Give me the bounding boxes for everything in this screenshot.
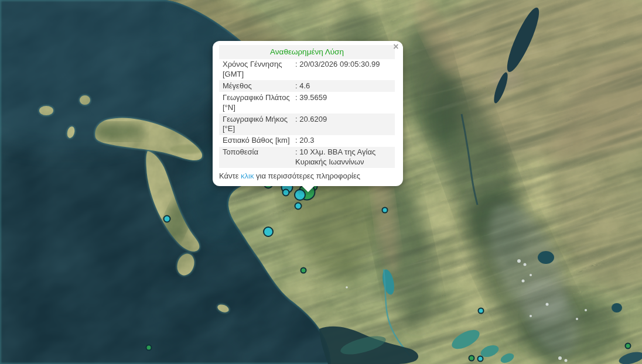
earthquake-info-table: Αναθεωρημένη Λύση Χρόνος Γέννησης [GMT]:… — [219, 45, 395, 168]
earthquake-marker[interactable] — [146, 345, 152, 351]
popup-title: Αναθεωρημένη Λύση — [219, 45, 395, 59]
popup-row: Μέγεθος: 4.6 — [219, 80, 395, 92]
field-value: : 20.6209 — [293, 114, 395, 135]
popup-row: Γεωγραφικό Πλάτος [°N]: 39.5659 — [219, 92, 395, 114]
popup-wrapper: × Αναθεωρημένη Λύση Χρόνος Γέννησης [GMT… — [213, 41, 403, 186]
earthquake-marker[interactable] — [479, 308, 484, 314]
field-label: Τοποθεσία — [219, 147, 293, 169]
popup-row: Γεωγραφικό Μήκος [°E]: 20.6209 — [219, 114, 395, 135]
popup-footer: Κάντε κλικ για περισσότερες πληροφορίες — [219, 171, 395, 180]
footer-text-suffix: για περισσότερες πληροφορίες — [254, 171, 360, 180]
field-label: Γεωγραφικό Μήκος [°E] — [219, 114, 293, 135]
earthquake-marker[interactable] — [164, 216, 170, 222]
popup-row: Τοποθεσία: 10 Χλμ. ΒΒΑ της Αγίας Κυριακή… — [219, 147, 395, 169]
field-label: Εστιακό Βάθος [km] — [219, 135, 293, 147]
earthquake-marker[interactable] — [478, 356, 483, 362]
popup-table-body: Χρόνος Γέννησης [GMT]: 20/03/2026 09:05:… — [219, 59, 395, 169]
field-value: : 20.3 — [293, 135, 395, 147]
field-value: : 39.5659 — [293, 92, 395, 114]
field-label: Γεωγραφικό Πλάτος [°N] — [219, 92, 293, 114]
popup-row: Εστιακό Βάθος [km]: 20.3 — [219, 135, 395, 147]
earthquake-marker[interactable] — [469, 356, 474, 361]
popup-close-button[interactable]: × — [391, 42, 401, 51]
footer-text-prefix: Κάντε — [219, 171, 241, 180]
map-canvas[interactable]: × Αναθεωρημένη Λύση Χρόνος Γέννησης [GMT… — [0, 0, 642, 364]
popup-tip-container — [296, 186, 320, 195]
field-value: : 10 Χλμ. ΒΒΑ της Αγίας Κυριακής Ιωαννίν… — [293, 147, 395, 169]
earthquake-marker[interactable] — [383, 208, 388, 213]
field-value: : 20/03/2026 09:05:30.99 — [293, 59, 395, 81]
earthquake-marker[interactable] — [264, 227, 273, 236]
more-info-link[interactable]: κλικ — [241, 171, 254, 180]
earthquake-marker[interactable] — [626, 344, 631, 349]
field-label: Μέγεθος — [219, 80, 293, 92]
field-value: : 4.6 — [293, 80, 395, 92]
earthquake-popup: × Αναθεωρημένη Λύση Χρόνος Γέννησης [GMT… — [213, 41, 403, 195]
earthquake-marker[interactable] — [301, 268, 306, 273]
popup-tip — [301, 186, 315, 192]
field-label: Χρόνος Γέννησης [GMT] — [219, 59, 293, 81]
popup-row: Χρόνος Γέννησης [GMT]: 20/03/2026 09:05:… — [219, 59, 395, 81]
earthquake-marker[interactable] — [295, 203, 302, 210]
